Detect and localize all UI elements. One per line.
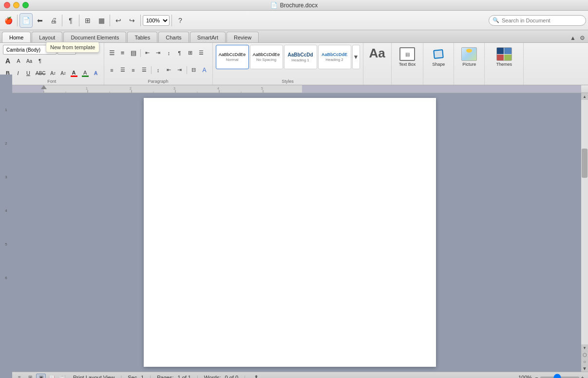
undo-button[interactable]: ↩ xyxy=(112,13,125,28)
shrink-font-button[interactable]: A xyxy=(14,56,23,66)
insert-aa-section: Aa xyxy=(363,43,392,85)
maximize-button[interactable] xyxy=(22,2,29,8)
line-spacing-button[interactable]: ↕ xyxy=(153,65,163,75)
style-heading2[interactable]: AaBbCcDdE Heading 2 xyxy=(318,45,351,69)
decrease-indent-button[interactable]: ⇤ xyxy=(143,48,152,58)
align-left-button[interactable]: ≡ xyxy=(107,65,117,75)
tab-tables[interactable]: Tables xyxy=(127,32,157,42)
view-publishing-button[interactable]: 📰 xyxy=(57,374,67,378)
zoom-plus-icon[interactable]: + xyxy=(581,375,584,378)
column-button[interactable]: ⊟ xyxy=(189,65,199,75)
picture-section: Picture xyxy=(454,43,485,85)
style-no-spacing[interactable]: AaBbCcDdEe No Spacing xyxy=(250,45,283,69)
numbered-list-button[interactable]: ≡ xyxy=(118,48,128,58)
new-document-button[interactable]: 📄 xyxy=(19,13,33,28)
redo-button[interactable]: ↪ xyxy=(126,13,138,28)
scrollbar-thumb[interactable] xyxy=(582,149,588,178)
styles-section-label: Styles xyxy=(282,78,294,84)
apple-menu-button[interactable]: 🍎 xyxy=(2,13,15,28)
font-color-button[interactable]: A xyxy=(69,68,79,78)
styles-row: AaBbCcDdEe Normal AaBbCcDdEe No Spacing … xyxy=(216,45,360,69)
highlight-color-button[interactable]: A xyxy=(80,68,91,78)
pages-value: 1 of 1 xyxy=(177,375,191,378)
search-input[interactable] xyxy=(489,15,586,26)
view-outline-button[interactable]: ≡ xyxy=(15,374,24,378)
style-normal[interactable]: AaBbCcDdEe Normal xyxy=(216,45,249,69)
change-case-button[interactable]: Aa xyxy=(24,56,34,66)
share-button[interactable]: ⬆ xyxy=(251,374,261,378)
align-right-button[interactable]: ≡ xyxy=(129,65,138,75)
multilevel-list-button[interactable]: ▤ xyxy=(129,48,138,58)
text-box-button[interactable]: ▤ Text Box xyxy=(395,45,420,69)
italic-button[interactable]: I xyxy=(13,68,23,78)
text-effects-button[interactable]: A xyxy=(91,68,101,78)
separator-1 xyxy=(17,15,18,26)
scroll-down-button[interactable]: ▼ xyxy=(581,344,588,351)
picture-button[interactable]: Picture xyxy=(457,45,481,69)
table-button[interactable]: ⊞ xyxy=(81,13,94,28)
bullet-list-button[interactable]: ☰ xyxy=(107,48,117,58)
next-page-button[interactable]: ○ xyxy=(581,358,588,365)
vertical-scrollbar[interactable]: ▲ ▼ ⬡ ○ ▼ xyxy=(581,93,588,372)
format-button[interactable]: ¶ xyxy=(64,13,77,28)
style-heading1[interactable]: AaBbCcDd Heading 1 xyxy=(284,45,317,69)
print-button[interactable]: 🖨 xyxy=(47,13,60,28)
words-label: Words: xyxy=(204,375,221,378)
tab-scroll-up-icon[interactable]: ▲ xyxy=(569,34,577,42)
underline-button[interactable]: U xyxy=(23,68,33,78)
indent-left-button[interactable]: ⇤ xyxy=(164,65,174,75)
view-notebook-button[interactable]: 📖 xyxy=(47,374,57,378)
tab-review[interactable]: Review xyxy=(227,32,259,42)
justify-button[interactable]: ☰ xyxy=(139,65,149,75)
style-normal-label: Normal xyxy=(226,57,239,62)
clear-format-button[interactable]: ¶ xyxy=(35,56,45,66)
columns-button[interactable]: ▦ xyxy=(95,13,108,28)
save-button[interactable]: ⬅ xyxy=(34,13,46,28)
separator: | xyxy=(120,375,122,378)
styles-more-button[interactable]: ▼ xyxy=(352,45,360,69)
tab-charts[interactable]: Charts xyxy=(158,32,189,42)
view-print-layout-button[interactable]: ▣ xyxy=(36,374,46,378)
align-center-button[interactable]: ☰ xyxy=(118,65,128,75)
shape-button[interactable]: Shape xyxy=(426,45,451,69)
zoom-minus-icon[interactable]: − xyxy=(535,375,538,378)
prev-page-button[interactable]: ⬡ xyxy=(581,351,588,358)
shadow-button[interactable]: A xyxy=(200,65,209,75)
separator-3 xyxy=(79,15,79,26)
shape-label: Shape xyxy=(432,62,445,67)
shading-button[interactable]: ☰ xyxy=(196,48,206,58)
strikethrough-button[interactable]: ABC xyxy=(34,68,48,78)
themes-section: Themes xyxy=(485,43,524,85)
page-nav-button[interactable]: ▼ xyxy=(581,365,588,372)
tab-document-elements[interactable]: Document Elements xyxy=(63,32,126,42)
nav-tabs: Home Layout Document Elements Tables Cha… xyxy=(0,30,588,43)
sort-button[interactable]: ↕ xyxy=(164,48,174,58)
tab-settings-icon[interactable]: ⚙ xyxy=(579,34,586,42)
increase-indent-button[interactable]: ⇥ xyxy=(153,48,163,58)
svg-rect-1 xyxy=(12,85,44,93)
superscript-button[interactable]: A2 xyxy=(48,68,58,78)
svg-text:1: 1 xyxy=(86,87,88,90)
tab-home[interactable]: Home xyxy=(2,32,31,42)
tab-layout[interactable]: Layout xyxy=(32,32,62,42)
minimize-button[interactable] xyxy=(13,2,19,8)
indent-right-button[interactable]: ⇥ xyxy=(175,65,185,75)
shape-section: Shape xyxy=(423,43,454,85)
paragraph-marks-button[interactable]: ¶ xyxy=(175,48,185,58)
close-button[interactable] xyxy=(4,2,10,8)
aa-big-button[interactable]: Aa xyxy=(366,45,388,61)
zoom-select[interactable]: 100% 75% 150% xyxy=(143,15,170,26)
help-button[interactable]: ? xyxy=(174,13,187,28)
text-box-label: Text Box xyxy=(399,62,416,67)
zoom-slider[interactable] xyxy=(540,377,579,378)
tab-smartart[interactable]: SmartArt xyxy=(190,32,226,42)
scrollbar-track[interactable] xyxy=(581,100,588,344)
view-web-button[interactable]: ⊞ xyxy=(25,374,35,378)
subscript-button[interactable]: A2 xyxy=(58,68,68,78)
grow-font-button[interactable]: A xyxy=(3,56,13,66)
style-heading2-preview: AaBbCcDdE xyxy=(322,52,347,57)
style-normal-preview: AaBbCcDdEe xyxy=(219,52,246,57)
scroll-up-button[interactable]: ▲ xyxy=(581,93,588,100)
themes-button[interactable]: Themes xyxy=(492,45,517,69)
borders-button[interactable]: ⊞ xyxy=(186,48,195,58)
